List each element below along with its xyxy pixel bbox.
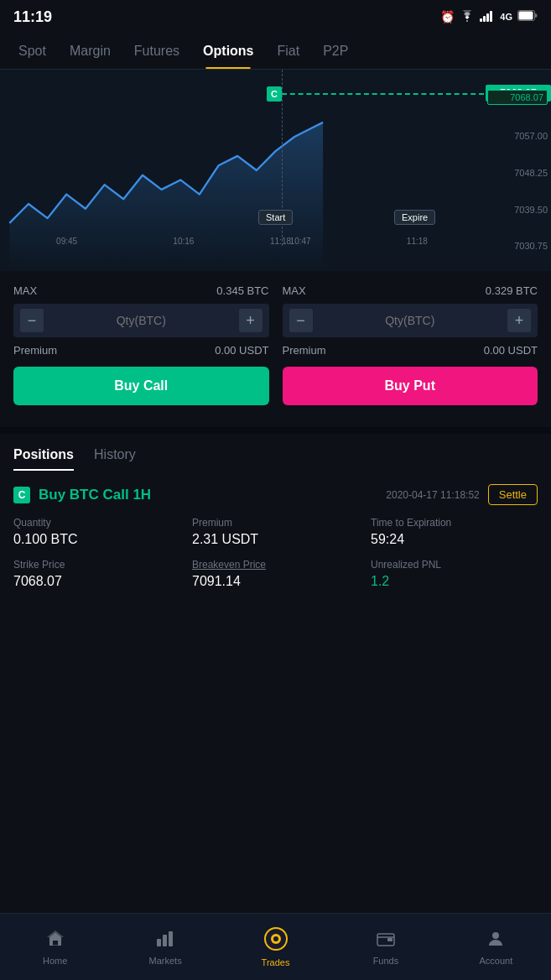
price-label-3: 7039.50 — [487, 205, 548, 215]
funds-icon — [376, 929, 396, 952]
time-label-1: 10:16 — [173, 237, 194, 246]
tte-label: Time to Expiration — [371, 517, 538, 529]
tab-futures[interactable]: Futures — [122, 34, 191, 69]
strike-value: 7068.07 — [13, 574, 180, 589]
tab-p2p[interactable]: P2P — [311, 34, 360, 69]
chart-time-labels: 09:45 10:16 10:47 11:18 — [0, 237, 484, 246]
tab-options[interactable]: Options — [191, 34, 265, 69]
buy-call-button[interactable]: Buy Call — [13, 367, 269, 405]
call-minus-btn[interactable]: − — [20, 309, 44, 332]
position-header: C Buy BTC Call 1H 2020-04-17 11:18:52 Se… — [13, 484, 538, 505]
signal-icon — [480, 10, 495, 24]
nav-markets[interactable]: Markets — [110, 922, 220, 972]
status-bar: 11:19 ⏰ 4G — [0, 0, 551, 34]
positions-section: Positions History C Buy BTC Call 1H 2020… — [0, 434, 551, 602]
start-marker: Start — [258, 210, 293, 225]
nav-trades[interactable]: Trades — [221, 920, 330, 974]
call-plus-btn[interactable]: + — [239, 309, 263, 332]
put-plus-btn[interactable]: + — [507, 309, 531, 332]
start-time: 11:18 — [270, 237, 291, 246]
home-icon — [45, 929, 65, 952]
put-qty-row: − + — [283, 304, 538, 337]
premium-value: 2.31 USDT — [192, 532, 359, 547]
put-col: MAX 0.329 BTC − + Premium 0.00 USDT Buy … — [283, 284, 538, 405]
breakeven-label: Breakeven Price — [192, 559, 359, 571]
strike-label: Strike Price — [13, 559, 180, 571]
status-time: 11:19 — [13, 8, 52, 26]
call-premium-row: Premium 0.00 USDT — [13, 344, 269, 357]
pnl-label: Unrealized PNL — [371, 559, 538, 571]
svg-rect-0 — [480, 18, 482, 22]
bottom-nav: Home Markets Trades — [0, 913, 551, 980]
nav-home-label: Home — [43, 956, 67, 966]
call-qty-input[interactable] — [50, 314, 232, 327]
tab-spot[interactable]: Spot — [7, 34, 58, 69]
wifi-icon — [460, 10, 475, 24]
svg-point-14 — [273, 936, 278, 941]
tab-fiat[interactable]: Fiat — [266, 34, 312, 69]
tte-item: Time to Expiration 59:24 — [371, 517, 538, 547]
trading-max-row: MAX 0.345 BTC − + Premium 0.00 USDT Buy … — [13, 284, 538, 405]
tab-margin[interactable]: Margin — [58, 34, 122, 69]
tab-positions[interactable]: Positions — [13, 447, 74, 471]
svg-rect-9 — [157, 939, 161, 946]
put-minus-btn[interactable]: − — [289, 309, 313, 332]
price-label-2: 7048.25 — [487, 168, 548, 178]
svg-rect-10 — [163, 935, 167, 946]
call-premium-label: Premium — [13, 344, 57, 357]
settle-button[interactable]: Settle — [488, 484, 538, 505]
call-qty-row: − + — [13, 304, 269, 337]
account-icon — [486, 929, 506, 952]
trading-panel: MAX 0.345 BTC − + Premium 0.00 USDT Buy … — [0, 271, 551, 427]
nav-account[interactable]: Account — [441, 922, 551, 972]
put-qty-input[interactable] — [320, 314, 502, 327]
put-premium-label: Premium — [283, 344, 326, 357]
nav-funds[interactable]: Funds — [330, 922, 440, 972]
svg-rect-2 — [486, 13, 489, 22]
pnl-value: 1.2 — [371, 574, 538, 589]
quantity-label: Quantity — [13, 517, 180, 529]
section-divider — [0, 427, 551, 434]
svg-rect-3 — [490, 11, 492, 22]
time-label-2: 10:47 — [290, 237, 311, 246]
call-max-label: MAX 0.345 BTC — [13, 284, 269, 297]
svg-rect-11 — [169, 931, 173, 946]
price-label-4: 7030.75 — [487, 241, 548, 251]
put-premium-value: 0.00 USDT — [484, 344, 538, 357]
nav-funds-label: Funds — [373, 956, 399, 966]
lte-icon: 4G — [500, 12, 512, 22]
premium-item: Premium 2.31 USDT — [192, 517, 359, 547]
alarm-icon: ⏰ — [440, 10, 455, 23]
call-premium-value: 0.00 USDT — [215, 344, 268, 357]
position-badge: C — [13, 487, 30, 503]
call-max-value: 0.345 BTC — [216, 284, 268, 297]
breakeven-item: Breakeven Price 7091.14 — [192, 559, 359, 589]
expire-marker: Expire — [394, 210, 435, 225]
tte-value: 59:24 — [371, 532, 538, 547]
markets-icon — [155, 929, 175, 952]
chart-area: C 7068.07 7068.07 7057.00 7048.25 7039.5… — [0, 70, 551, 271]
svg-point-17 — [492, 932, 499, 939]
position-date: 2020-04-17 11:18:52 — [386, 489, 479, 501]
put-max-label: MAX 0.329 BTC — [283, 284, 538, 297]
strike-item: Strike Price 7068.07 — [13, 559, 180, 589]
chart-c-badge: C — [267, 86, 282, 102]
positions-tabs: Positions History — [13, 447, 538, 471]
trades-icon — [264, 927, 288, 954]
quantity-item: Quantity 0.100 BTC — [13, 517, 180, 547]
nav-markets-label: Markets — [149, 956, 182, 966]
put-max-value: 0.329 BTC — [486, 284, 538, 297]
nav-trades-label: Trades — [262, 957, 290, 967]
chart-dashed-line — [282, 93, 484, 95]
call-col: MAX 0.345 BTC − + Premium 0.00 USDT Buy … — [13, 284, 269, 405]
nav-home[interactable]: Home — [0, 922, 110, 972]
buy-put-button[interactable]: Buy Put — [283, 367, 538, 405]
tab-history[interactable]: History — [94, 447, 136, 471]
put-premium-row: Premium 0.00 USDT — [283, 344, 538, 357]
time-label-0: 09:45 — [56, 237, 77, 246]
quantity-value: 0.100 BTC — [13, 532, 180, 547]
price-label-1: 7057.00 — [487, 131, 548, 141]
nav-tabs: Spot Margin Futures Options Fiat P2P — [0, 34, 551, 70]
pnl-item: Unrealized PNL 1.2 — [371, 559, 538, 589]
time-label-3: 11:18 — [407, 237, 428, 246]
